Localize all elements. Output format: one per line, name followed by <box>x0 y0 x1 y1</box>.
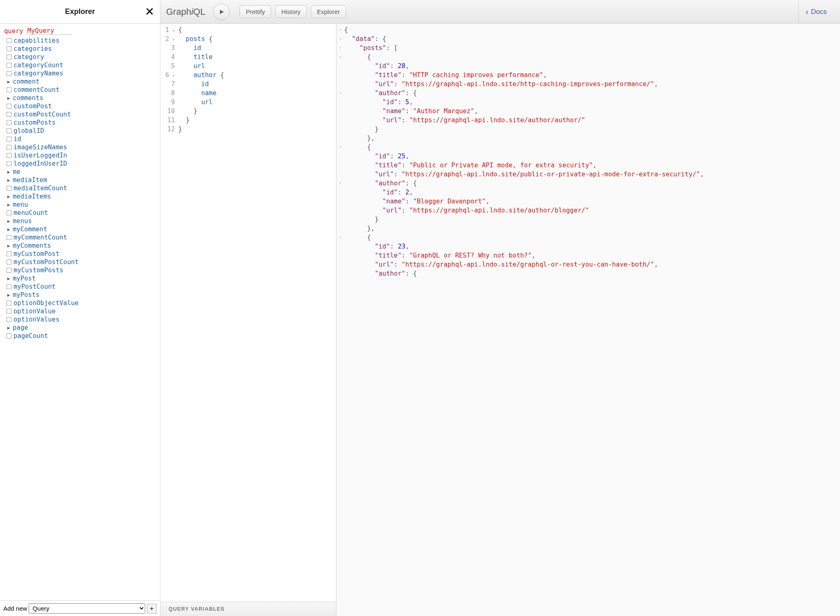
field-item-comments[interactable]: ▶comments <box>7 94 156 102</box>
field-item-myCustomPostCount[interactable]: myCustomPostCount <box>7 258 156 266</box>
query-name-input[interactable] <box>27 27 72 35</box>
field-item-mediaItems[interactable]: ▶mediaItems <box>7 192 156 201</box>
result-line: { <box>344 52 837 62</box>
prettify-button[interactable]: Prettify <box>240 5 271 18</box>
add-operation-button[interactable]: + <box>147 604 157 614</box>
history-button[interactable]: History <box>275 5 307 18</box>
field-item-myPosts[interactable]: ▶myPosts <box>7 291 156 299</box>
caret-right-icon: ▶ <box>7 276 11 281</box>
result-gutter: ▾▾▾▾▾▾▾▾ <box>337 25 344 614</box>
field-list: capabilitiescategoriescategorycategoryCo… <box>4 37 156 340</box>
result-line: }, <box>344 224 837 233</box>
field-item-menu[interactable]: ▶menu <box>7 201 156 209</box>
field-item-comment[interactable]: ▶comment <box>7 78 156 86</box>
field-item-isUserLoggedIn[interactable]: isUserLoggedIn <box>7 151 156 160</box>
result-lines[interactable]: { "data": { "posts": [ { "id": 28, "titl… <box>344 25 840 614</box>
field-item-page[interactable]: ▶page <box>7 324 156 332</box>
code-line: } <box>178 107 336 116</box>
field-label: commentCount <box>14 86 59 94</box>
field-item-customPosts[interactable]: customPosts <box>7 119 156 127</box>
field-item-category[interactable]: category <box>7 53 156 61</box>
explorer-button[interactable]: Explorer <box>311 5 346 18</box>
field-item-globalID[interactable]: globalID <box>7 127 156 135</box>
field-label: myCustomPost <box>14 250 59 258</box>
chevron-left-icon: ‹ <box>806 7 809 16</box>
code-line: url <box>178 62 336 71</box>
checkbox-icon <box>7 137 11 141</box>
fold-gutter <box>337 71 344 80</box>
field-item-imageSizeNames[interactable]: imageSizeNames <box>7 143 156 151</box>
field-label: customPostCount <box>14 111 71 118</box>
result-line: } <box>344 125 837 134</box>
field-item-customPost[interactable]: customPost <box>7 102 156 110</box>
operation-type-select[interactable]: Query <box>29 603 145 614</box>
checkbox-icon <box>7 55 11 59</box>
field-item-id[interactable]: id <box>7 135 156 143</box>
query-keyword: query <box>4 27 23 35</box>
field-item-myCustomPosts[interactable]: myCustomPosts <box>7 266 156 274</box>
line-number: 8 <box>165 89 175 98</box>
result-line: "title": "GraphQL or REST? Why not both?… <box>344 251 837 260</box>
checkbox-icon <box>7 301 11 306</box>
field-label: optionValue <box>14 308 56 315</box>
field-item-optionValue[interactable]: optionValue <box>7 307 156 315</box>
field-item-capabilities[interactable]: capabilities <box>7 37 156 45</box>
editor-area: 1 ▾2 ▾3456 ▾789101112 { posts { id title… <box>160 24 840 616</box>
close-icon[interactable]: ✕ <box>145 6 154 18</box>
line-number: 6 ▾ <box>165 71 175 80</box>
field-item-mediaItem[interactable]: ▶mediaItem <box>7 176 156 184</box>
result-line: "url": "https://graphql-api.lndo.site/pu… <box>344 170 837 179</box>
field-item-categories[interactable]: categories <box>7 45 156 53</box>
line-number: 5 <box>165 62 175 71</box>
field-label: optionValues <box>14 316 59 323</box>
fold-gutter <box>337 197 344 206</box>
field-item-myComments[interactable]: ▶myComments <box>7 242 156 250</box>
line-number: 9 <box>165 98 175 107</box>
field-item-myCustomPost[interactable]: myCustomPost <box>7 250 156 258</box>
toolbar-buttons: Prettify History Explorer <box>240 5 346 18</box>
checkbox-icon <box>7 210 11 215</box>
field-item-categoryCount[interactable]: categoryCount <box>7 61 156 69</box>
fold-gutter <box>337 116 344 125</box>
fold-gutter <box>337 98 344 107</box>
field-item-menus[interactable]: ▶menus <box>7 217 156 225</box>
query-column: 1 ▾2 ▾3456 ▾789101112 { posts { id title… <box>160 24 336 616</box>
field-item-menuCount[interactable]: menuCount <box>7 209 156 217</box>
explorer-title: Explorer <box>65 7 95 16</box>
field-item-optionValues[interactable]: optionValues <box>7 315 156 324</box>
field-item-me[interactable]: ▶me <box>7 168 156 176</box>
result-line: { <box>344 143 837 152</box>
code-line: id <box>178 43 336 52</box>
field-item-loggedInUserID[interactable]: loggedInUserID <box>7 160 156 168</box>
execute-button[interactable] <box>213 4 230 20</box>
field-label: pageCount <box>14 332 48 340</box>
field-label: customPosts <box>14 119 56 126</box>
result-line: { <box>344 233 837 242</box>
field-item-categoryNames[interactable]: categoryNames <box>7 69 156 78</box>
docs-button[interactable]: ‹ Docs <box>798 0 834 23</box>
field-item-optionObjectValue[interactable]: optionObjectValue <box>7 299 156 307</box>
fold-gutter <box>337 188 344 197</box>
result-line: "url": "https://graphql-api.lndo.site/ht… <box>344 80 837 89</box>
caret-right-icon: ▶ <box>7 243 11 249</box>
checkbox-icon <box>7 71 11 76</box>
field-item-myPostCount[interactable]: myPostCount <box>7 283 156 291</box>
fold-gutter <box>337 62 344 71</box>
checkbox-icon <box>7 309 11 314</box>
field-item-myCommentCount[interactable]: myCommentCount <box>7 233 156 242</box>
code-line: posts { <box>178 34 336 43</box>
fold-gutter <box>337 152 344 161</box>
query-editor[interactable]: 1 ▾2 ▾3456 ▾789101112 { posts { id title… <box>160 24 336 602</box>
query-variables-bar[interactable]: QUERY VARIABLES <box>160 602 336 616</box>
field-item-commentCount[interactable]: commentCount <box>7 86 156 94</box>
caret-right-icon: ▶ <box>7 202 11 208</box>
field-item-mediaItemCount[interactable]: mediaItemCount <box>7 184 156 192</box>
code-line: url <box>178 98 336 107</box>
field-item-pageCount[interactable]: pageCount <box>7 332 156 340</box>
field-item-myComment[interactable]: ▶myComment <box>7 225 156 233</box>
field-item-customPostCount[interactable]: customPostCount <box>7 110 156 119</box>
result-line: { <box>344 25 837 34</box>
field-label: page <box>13 324 28 331</box>
fold-gutter <box>337 107 344 116</box>
field-item-myPost[interactable]: ▶myPost <box>7 274 156 283</box>
